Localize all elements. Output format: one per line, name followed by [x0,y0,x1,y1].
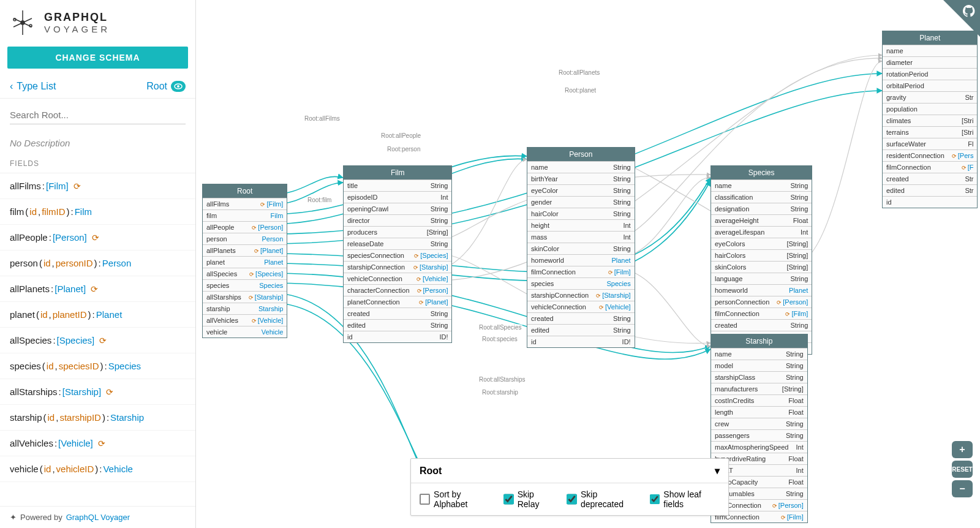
field-row[interactable]: allPlanets: [Planet]⟳ [0,276,195,302]
type-field-row[interactable]: producers[String] [344,226,451,238]
type-field-row[interactable]: nameString [527,161,635,173]
type-field-row[interactable]: filmConnection⟳[Film] [711,307,812,319]
option-sort-by-alphabet[interactable]: Sort by Alphabet [420,489,492,509]
type-field-row[interactable]: classificationString [711,191,812,203]
checkbox[interactable] [567,494,577,505]
type-field-row[interactable]: gravityStr [883,91,977,103]
type-field-row[interactable]: surfaceWaterFl [883,138,977,149]
type-field-row[interactable]: createdString [527,312,635,324]
type-field-row[interactable]: modelString [711,360,807,371]
type-field-row[interactable]: directorString [344,214,451,226]
type-field-row[interactable]: averageHeightFloat [711,214,812,226]
type-field-row[interactable]: climates[Stri [883,115,977,126]
option-show-leaf-fields[interactable]: Show leaf fields [650,489,720,509]
type-field-row[interactable]: allVehicles⟳[Vehicle] [203,314,287,326]
type-field-row[interactable]: allFilms⟳[Film] [203,198,287,209]
type-field-row[interactable]: allStarships⟳[Starship] [203,291,287,303]
field-row[interactable]: allVehicles: [Vehicle]⟳ [0,431,195,456]
type-field-row[interactable]: averageLifespanInt [711,226,812,238]
change-schema-button[interactable]: CHANGE SCHEMA [7,47,188,69]
type-field-row[interactable]: allPeople⟳[Person] [203,221,287,233]
field-row[interactable]: allSpecies: [Species]⟳ [0,328,195,353]
type-field-row[interactable]: orbitalPeriod [883,80,977,91]
type-field-row[interactable]: designationString [711,203,812,214]
type-field-row[interactable]: idID! [344,331,451,342]
type-field-row[interactable]: massInt [527,231,635,243]
type-field-row[interactable]: allPlanets⟳[Planet] [203,244,287,256]
type-box-planet[interactable]: PlanetnamediameterrotationPeriodorbitalP… [882,31,978,208]
type-field-row[interactable]: crewString [711,418,807,429]
field-row[interactable]: species( id, speciesID ): Species [0,353,195,379]
type-field-row[interactable]: starshipConnection⟳[Starship] [344,261,451,273]
field-row[interactable]: starship( id, starshipID ): Starship [0,405,195,431]
type-field-row[interactable]: vehicleVehicle [203,326,287,338]
type-field-row[interactable]: filmFilm [203,209,287,221]
type-field-row[interactable]: filmConnection⟳[Film] [527,266,635,277]
zoom-out-button[interactable]: − [952,480,973,497]
type-field-row[interactable]: homeworldPlanet [527,254,635,266]
type-field-row[interactable]: vehicleConnection⟳[Vehicle] [344,273,451,284]
type-field-row[interactable]: nameString [711,348,807,360]
checkbox[interactable] [420,494,430,505]
type-field-row[interactable]: editedStr [883,184,977,196]
type-box-root[interactable]: RootallFilms⟳[Film]filmFilmallPeople⟳[Pe… [202,184,287,338]
field-row[interactable]: planet( id, planetID ): Planet [0,302,195,328]
type-field-row[interactable]: editedString [344,319,451,331]
search-input[interactable] [10,106,186,124]
option-skip-deprecated[interactable]: Skip deprecated [567,489,638,509]
type-field-row[interactable]: id [883,196,977,208]
field-row[interactable]: person( id, personID ): Person [0,251,195,276]
type-field-row[interactable]: starshipStarship [203,303,287,314]
type-field-row[interactable]: rotationPeriod [883,68,977,80]
type-field-row[interactable]: languageString [711,273,812,284]
type-field-row[interactable]: residentConnection⟳[Pers [883,149,977,161]
type-field-row[interactable]: personConnection⟳[Person] [711,296,812,307]
type-field-row[interactable]: nameString [711,179,812,191]
type-field-row[interactable]: name [883,45,977,56]
type-field-row[interactable]: costInCreditsFloat [711,394,807,406]
type-list-link[interactable]: ‹ Type List [10,81,56,92]
type-field-row[interactable]: heightInt [527,219,635,231]
type-field-row[interactable]: starshipClassString [711,371,807,383]
type-field-row[interactable]: diameter [883,56,977,68]
type-field-row[interactable]: lengthFloat [711,406,807,418]
type-field-row[interactable]: filmConnection⟳[F [883,161,977,173]
type-field-row[interactable]: characterConnection⟳[Person] [344,284,451,296]
type-box-species[interactable]: SpeciesnameStringclassificationStringdes… [710,165,812,355]
type-field-row[interactable]: planetConnection⟳[Planet] [344,296,451,307]
type-field-row[interactable]: skinColors[String] [711,261,812,273]
type-field-row[interactable]: eyeColors[String] [711,238,812,249]
type-field-row[interactable]: idID! [527,336,635,347]
type-field-row[interactable]: vehicleConnection⟳[Vehicle] [527,301,635,312]
field-row[interactable]: allStarships: [Starship]⟳ [0,379,195,405]
type-field-row[interactable]: eyeColorString [527,184,635,196]
type-field-row[interactable]: editedString [527,324,635,336]
field-row[interactable]: allFilms: [Film]⟳ [0,173,195,199]
type-field-row[interactable]: releaseDateString [344,238,451,249]
zoom-in-button[interactable]: + [952,441,973,458]
type-field-row[interactable]: speciesConnection⟳[Species] [344,249,451,261]
field-row[interactable]: allPeople: [Person]⟳ [0,225,195,251]
type-field-row[interactable]: skinColorString [527,243,635,254]
type-field-row[interactable]: birthYearString [527,173,635,184]
checkbox[interactable] [503,494,514,505]
type-field-row[interactable]: passengersString [711,429,807,441]
type-field-row[interactable]: openingCrawlString [344,203,451,214]
type-field-row[interactable]: starshipConnection⟳[Starship] [527,289,635,301]
type-field-row[interactable]: genderString [527,196,635,208]
checkbox[interactable] [650,494,660,505]
bottom-panel-header[interactable]: Root ▾ [411,459,728,483]
type-box-person[interactable]: PersonnameStringbirthYearStringeyeColorS… [527,147,635,348]
field-row[interactable]: vehicle( id, vehicleID ): Vehicle [0,456,195,482]
footer-link[interactable]: GraphQL Voyager [66,513,130,522]
type-field-row[interactable]: terrains[Stri [883,126,977,138]
type-field-row[interactable]: speciesSpecies [527,277,635,289]
type-field-row[interactable]: allSpecies⟳[Species] [203,268,287,279]
type-field-row[interactable]: maxAtmospheringSpeedInt [711,441,807,453]
github-icon[interactable] [962,4,976,22]
current-type[interactable]: Root [146,81,186,92]
zoom-reset-button[interactable]: RESET [952,461,973,478]
type-box-film[interactable]: FilmtitleStringepisodeIDIntopeningCrawlS… [343,165,452,343]
option-skip-relay[interactable]: Skip Relay [503,489,556,509]
graph-canvas[interactable]: RootallFilms⟳[Film]filmFilmallPeople⟳[Pe… [196,0,980,528]
